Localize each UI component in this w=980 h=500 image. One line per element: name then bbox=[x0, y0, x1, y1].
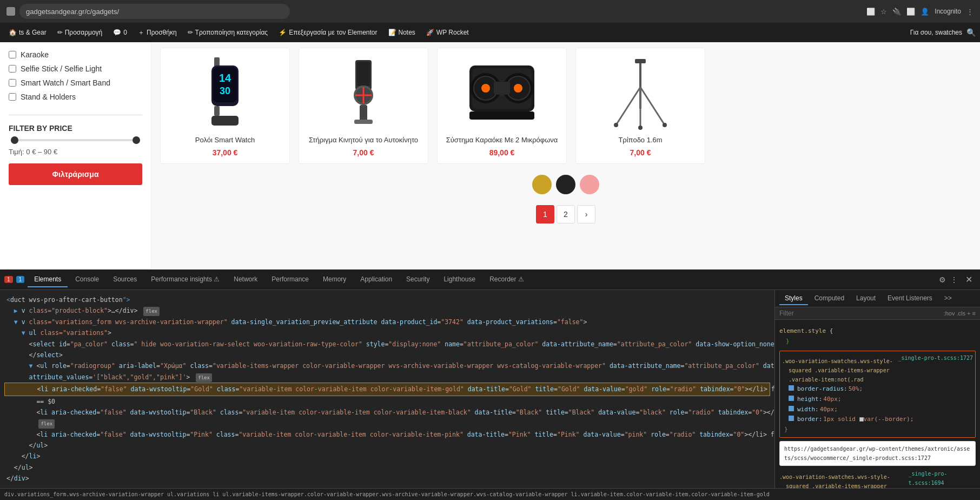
product-card-tripod[interactable]: Τρίποδο 1.6m 7,00 € bbox=[575, 48, 705, 164]
rule-source-1[interactable]: _single-pro-t.scss:1727 bbox=[898, 353, 973, 384]
pencil-icon: ✏ bbox=[57, 29, 63, 36]
tab-security[interactable]: Security bbox=[400, 272, 436, 287]
karaoke-checkbox[interactable] bbox=[9, 51, 16, 58]
styles-filter-input[interactable] bbox=[779, 310, 941, 317]
html-line-highlighted[interactable]: <li aria-checked="false" data-wvstooltip… bbox=[4, 383, 770, 396]
wp-admin-add[interactable]: ＋ Προσθήκη bbox=[134, 26, 181, 40]
star-icon[interactable]: ☆ bbox=[880, 8, 887, 16]
product-row: 14 30 Ρολόι Smart Watch 37,00 € bbox=[160, 48, 971, 164]
tab-memory[interactable]: Memory bbox=[316, 272, 353, 287]
category-karaoke[interactable]: Karaoke bbox=[9, 48, 142, 62]
category-smartwatch[interactable]: Smart Watch / Smart Band bbox=[9, 76, 142, 90]
karaoke-svg bbox=[464, 57, 540, 128]
html-line: flex bbox=[4, 418, 770, 429]
price-slider[interactable] bbox=[11, 139, 140, 141]
prop-check[interactable] bbox=[789, 396, 794, 401]
info-badge: 1 bbox=[16, 276, 25, 283]
prop-check[interactable] bbox=[789, 385, 794, 391]
price-range-text: Τιμή: 0 € – 90 € bbox=[9, 148, 142, 156]
gear-icon[interactable]: ⚙ bbox=[939, 275, 946, 284]
wp-admin-elementor[interactable]: ⚡ Επεξεργασία με τον Elementor bbox=[274, 27, 381, 38]
tab-sources[interactable]: Sources bbox=[107, 272, 143, 287]
html-line: </li> bbox=[4, 451, 770, 462]
color-swatch-gold[interactable] bbox=[532, 175, 552, 194]
stand-checkbox[interactable] bbox=[9, 93, 16, 101]
plus-icon: ＋ bbox=[138, 28, 144, 37]
home-icon: 🏠 bbox=[9, 29, 17, 36]
tab-console[interactable]: Console bbox=[69, 272, 105, 287]
styles-filter-options[interactable]: :hov .cls + ≡ bbox=[944, 310, 976, 317]
rule-source-2[interactable]: _single-pro-t.scss:1694 bbox=[908, 469, 976, 488]
selfie-label: Selfie Stick / Selfie Light bbox=[21, 64, 102, 73]
styles-subtab-computed[interactable]: Computed bbox=[809, 292, 850, 305]
color-swatch-pink[interactable] bbox=[580, 175, 599, 194]
wp-admin-notes[interactable]: 📝 Notes bbox=[384, 27, 420, 38]
tripod-svg bbox=[605, 55, 676, 130]
menu-icon[interactable]: ⋮ bbox=[966, 8, 974, 16]
tab-elements[interactable]: Elements bbox=[28, 272, 68, 287]
rule-selector-1: .woo-variation-swatches.wvs-style- squar… bbox=[782, 357, 893, 384]
tab-lighthouse[interactable]: Lighthouse bbox=[437, 272, 482, 287]
product-card-karaoke[interactable]: Σύστημα Καραόκε Με 2 Μικρόφωνα 89,00 € bbox=[437, 48, 567, 164]
more-icon[interactable]: ⋮ bbox=[950, 275, 958, 284]
account-icon[interactable]: 👤 bbox=[921, 8, 929, 16]
puzzle-icon[interactable]: 🔌 bbox=[892, 8, 901, 16]
price-slider-handle-right[interactable] bbox=[133, 136, 140, 144]
tab-performance[interactable]: Performance bbox=[265, 272, 315, 287]
html-line: attribute_values='["black","gold","pink"… bbox=[4, 372, 770, 383]
smartwatch-svg: 14 30 bbox=[195, 57, 255, 128]
style-rule-swatches-1: .woo-variation-swatches.wvs-style- squar… bbox=[779, 351, 976, 437]
price-slider-handle-left[interactable] bbox=[11, 136, 18, 144]
page-btn-next[interactable]: › bbox=[577, 205, 595, 223]
karaoke-label: Karaoke bbox=[21, 50, 49, 59]
product-card-smartwatch[interactable]: 14 30 Ρολόι Smart Watch 37,00 € bbox=[160, 48, 290, 164]
tab-performance-insights[interactable]: Performance insights ⚠ bbox=[144, 272, 226, 287]
url-bar[interactable]: gadgetsandgear.gr/c/gadgets/ bbox=[19, 4, 290, 19]
statusbar-path: div.variations_form.wvs-archive-variatio… bbox=[4, 491, 770, 497]
page-btn-1[interactable]: 1 bbox=[536, 205, 554, 223]
tab-recorder[interactable]: Recorder ⚠ bbox=[483, 272, 531, 287]
smartwatch-checkbox[interactable] bbox=[9, 79, 16, 87]
smartwatch-label: Smart Watch / Smart Band bbox=[21, 78, 110, 87]
product-card-carholder[interactable]: Στήριγμα Κινητού για το Αυτοκίνητο 7,00 … bbox=[299, 48, 428, 164]
prop-check[interactable] bbox=[789, 416, 794, 421]
wp-admin-home[interactable]: 🏠 ts & Gear bbox=[4, 27, 51, 38]
prop-check[interactable] bbox=[789, 406, 794, 411]
filter-button[interactable]: Φιλτράρισμα bbox=[9, 163, 142, 185]
pencil2-icon: ✏ bbox=[188, 29, 193, 36]
product-image-tripod bbox=[602, 55, 678, 130]
category-stand[interactable]: Stand & Holders bbox=[9, 90, 142, 104]
wp-admin-rocket[interactable]: 🚀 WP Rocket bbox=[422, 27, 473, 38]
styles-content: element.style { } .woo-variation-swatche… bbox=[775, 320, 980, 488]
html-line: ▼ v class="variations_form wvs-archive-v… bbox=[4, 317, 770, 327]
styles-subtab-more[interactable]: >> bbox=[939, 292, 957, 305]
wp-admin-customize[interactable]: ✏ Προσαρμογή bbox=[53, 27, 107, 38]
styles-subtab-event-listeners[interactable]: Event Listeners bbox=[882, 292, 938, 305]
styles-subtab-layout[interactable]: Layout bbox=[851, 292, 881, 305]
browser-chrome: gadgetsandgear.gr/c/gadgets/ ⬜ ☆ 🔌 ⬜ 👤 I… bbox=[0, 0, 980, 23]
tab-application[interactable]: Application bbox=[354, 272, 399, 287]
rule-header-2: .woo-variation-swatches.wvs-style- squar… bbox=[779, 469, 976, 488]
svg-point-30 bbox=[614, 123, 618, 127]
close-devtools-button[interactable]: ✕ bbox=[962, 273, 976, 286]
rule-header-1: .woo-variation-swatches.wvs-style- squar… bbox=[782, 353, 973, 384]
extensions-icon[interactable]: ⬜ bbox=[866, 8, 875, 16]
page-btn-2[interactable]: 2 bbox=[557, 205, 575, 223]
category-selfie[interactable]: Selfie Stick / Selfie Light bbox=[9, 62, 142, 76]
prop-border-radius: border-radius: 50%; bbox=[782, 384, 973, 394]
tab-network[interactable]: Network bbox=[227, 272, 264, 287]
wp-admin-modify-cat[interactable]: ✏ Τροποποίηση κατεγορίας bbox=[183, 27, 273, 38]
product-image-karaoke bbox=[464, 55, 540, 130]
search-icon[interactable]: 🔍 bbox=[966, 28, 976, 37]
selfie-checkbox[interactable] bbox=[9, 65, 16, 73]
product-title-carholder: Στήριγμα Κινητού για το Αυτοκίνητο bbox=[309, 136, 418, 144]
prop-width: width: 40px; bbox=[782, 405, 973, 415]
window-icon[interactable]: ⬜ bbox=[906, 8, 915, 16]
wp-admin-comments[interactable]: 💬 0 bbox=[109, 27, 131, 38]
html-panel[interactable]: <duct wvs-pro-after-cart-button"> ▶ v cl… bbox=[0, 290, 774, 488]
svg-rect-8 bbox=[357, 62, 370, 86]
color-swatch-black[interactable] bbox=[556, 175, 575, 194]
svg-rect-23 bbox=[494, 82, 510, 95]
style-rule-swatches-2: .woo-variation-swatches.wvs-style- squar… bbox=[779, 469, 976, 488]
styles-subtab-styles[interactable]: Styles bbox=[779, 292, 808, 305]
